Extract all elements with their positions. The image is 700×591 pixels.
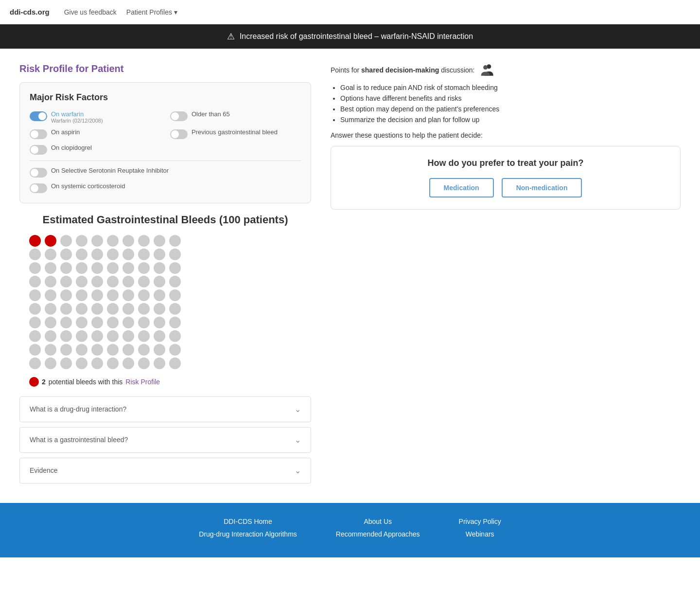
dot-44 [91,289,103,301]
dot-75 [107,330,119,342]
dot-34 [91,276,103,287]
dot-85 [107,344,119,356]
pictograph-title: Estimated Gastrointestinal Bleeds (100 p… [19,213,311,227]
dot-95 [107,358,119,369]
sdm-point-3: Best option may depend on the patient's … [340,105,681,113]
dot-72 [60,330,72,342]
dot-36 [122,276,134,287]
footer-link-webinars[interactable]: Webinars [459,530,501,538]
sdm-point-4: Summarize the decision and plan for foll… [340,116,681,124]
dot-84 [91,344,103,356]
right-column: Points for shared decision-making discus… [331,63,681,488]
footer-link-privacy[interactable]: Privacy Policy [459,518,501,525]
alert-text: Increased risk of gastrointestinal bleed… [240,32,473,41]
accordion-evidence: Evidence ⌄ [19,458,311,484]
dot-8 [154,235,165,247]
dot-30 [29,276,41,287]
dot-4 [91,235,103,247]
non-medication-button[interactable]: Non-medication [502,178,582,197]
dot-7 [138,235,150,247]
sdm-point-1: Goal is to reduce pain AND risk of stoma… [340,84,681,91]
dot-70 [29,330,41,342]
warning-icon: ⚠ [227,31,235,42]
dot-89 [169,344,181,356]
toggle-clopidogrel: On clopidogrel [30,144,160,155]
dot-49 [169,289,181,301]
dot-5 [107,235,119,247]
accordion-gi-header[interactable]: What is a gastrointestinal bleed? ⌄ [20,428,311,452]
dot-56 [122,303,134,315]
sdm-header: Points for shared decision-making discus… [331,63,681,77]
sdm-card: How do you prefer to treat your pain? Me… [331,146,681,210]
dot-66 [122,317,134,328]
dot-3 [76,235,88,247]
accordion-evidence-header[interactable]: Evidence ⌄ [20,458,311,483]
footer-link-approaches[interactable]: Recommended Approaches [336,530,420,538]
dot-46 [122,289,134,301]
dot-90 [29,358,41,369]
sdm-card-question: How do you prefer to treat your pain? [343,158,668,168]
dot-43 [76,289,88,301]
dot-67 [138,317,150,328]
bleed-legend: 2 potential bleeds with this Risk Profil… [19,377,311,387]
dot-20 [29,262,41,274]
dot-53 [76,303,88,315]
dot-82 [60,344,72,356]
dot-42 [60,289,72,301]
dot-13 [76,249,88,260]
dot-80 [29,344,41,356]
footer-col-3: Privacy Policy Webinars [459,518,501,543]
dot-64 [91,317,103,328]
dot-83 [76,344,88,356]
dot-40 [29,289,41,301]
patient-profiles-dropdown[interactable]: Patient Profiles ▾ [126,8,177,16]
dot-39 [169,276,181,287]
sdm-point-2: Options have different benefits and risk… [340,94,681,102]
dot-61 [45,317,56,328]
footer-link-ddi-home[interactable]: DDI-CDS Home [199,518,297,525]
dot-69 [169,317,181,328]
dot-50 [29,303,41,315]
dot-76 [122,330,134,342]
major-risk-factors-title: Major Risk Factors [30,92,301,103]
dot-12 [60,249,72,260]
sdm-intro-text: Points for shared decision-making discus… [331,66,474,74]
dot-45 [107,289,119,301]
dot-24 [91,262,103,274]
dot-2 [60,235,72,247]
toggle-aspirin: On aspirin [30,128,160,139]
dot-18 [154,249,165,260]
toggle-warfarin: On warfarin Warfarin (02/12/2008) [30,110,160,124]
footer-link-about[interactable]: About Us [336,518,420,525]
dot-11 [45,249,56,260]
medication-button[interactable]: Medication [429,178,494,197]
answer-prompt: Answer these questions to help the patie… [331,131,681,139]
alert-banner: ⚠ Increased risk of gastrointestinal ble… [0,24,700,49]
footer-link-algorithms[interactable]: Drug-drug Interaction Algorithms [199,530,297,538]
people-icon [479,63,497,77]
accordion-ddi-header[interactable]: What is a drug-drug interaction? ⌄ [20,397,311,422]
dot-79 [169,330,181,342]
extra-toggles: On Selective Serotonin Reuptake Inhibito… [30,167,301,193]
pictograph-section: Estimated Gastrointestinal Bleeds (100 p… [19,213,311,387]
risk-profile-link[interactable]: Risk Profile [125,378,160,386]
dot-55 [107,303,119,315]
dot-88 [154,344,165,356]
dot-86 [122,344,134,356]
left-column: Risk Profile for Patient Major Risk Fact… [19,63,311,488]
dot-25 [107,262,119,274]
dot-59 [169,303,181,315]
svg-point-1 [484,65,488,70]
dot-17 [138,249,150,260]
dot-1 [45,235,56,247]
bleed-count: 2 [42,378,46,386]
toggle-prev-gi: Previous gastrointestinal bleed [170,128,301,139]
dot-62 [60,317,72,328]
feedback-link[interactable]: Give us feedback [64,8,117,16]
sdm-points-list: Goal is to reduce pain AND risk of stoma… [331,84,681,124]
dot-78 [154,330,165,342]
dot-65 [107,317,119,328]
chevron-down-icon: ⌄ [295,466,301,475]
dot-60 [29,317,41,328]
dot-14 [91,249,103,260]
